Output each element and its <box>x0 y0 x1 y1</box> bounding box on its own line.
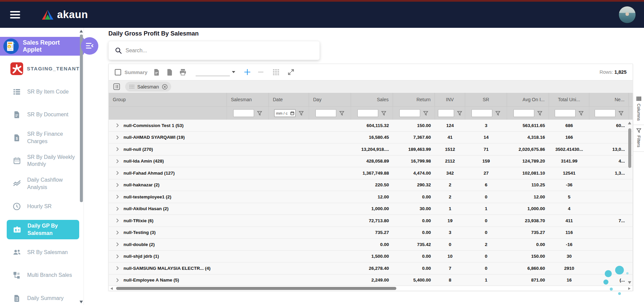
row-expander chevron-right-icon[interactable] <box>115 170 120 176</box>
filter-input-return[interactable] <box>399 109 420 117</box>
tab-columns[interactable]: Columns <box>633 93 644 125</box>
column-header-day[interactable]: Day <box>309 93 351 106</box>
sidebar-scrollbar[interactable] <box>80 29 83 304</box>
table-row[interactable]: null-haknazar (2) 220.50 290.32 2 6 110.… <box>109 179 633 191</box>
filter-funnel-icon[interactable] <box>537 111 542 116</box>
table-row[interactable]: null-AHMAD SYARQAWI (19) 16,580.45 7,367… <box>109 132 633 144</box>
column-header-inv[interactable]: INV <box>435 93 465 106</box>
row-expander chevron-right-icon[interactable] <box>115 182 120 188</box>
row-expander chevron-right-icon[interactable] <box>115 230 120 235</box>
print-icon[interactable] <box>179 68 187 76</box>
toolbar-select[interactable] <box>196 68 230 76</box>
filter-funnel-icon[interactable] <box>457 111 462 116</box>
sidebar-item-daily-gp-by-salesman[interactable]: Daily GP By Salesman <box>7 220 79 239</box>
row-expander chevron-right-icon[interactable] <box>115 159 120 164</box>
table-row[interactable]: null-double (2) 0.00 735.42 0 2 0.00 -16 <box>109 239 633 251</box>
horizontal-scrollbar[interactable] <box>109 286 633 291</box>
filter-funnel-icon[interactable] <box>423 111 428 116</box>
row-expander chevron-right-icon[interactable] <box>115 146 120 152</box>
row-expander chevron-right-icon[interactable] <box>115 218 120 223</box>
group-panel-icon[interactable] <box>112 82 121 91</box>
filter-funnel-icon[interactable] <box>339 111 344 116</box>
filter-funnel-icon[interactable] <box>381 111 386 116</box>
sidebar-item-daily-cashflow-analysis[interactable]: Daily Cashflow Analysis <box>0 172 84 195</box>
date-filter-input[interactable]: mm / c <box>274 109 296 117</box>
filter-input-sr[interactable] <box>472 109 492 117</box>
table-row[interactable]: null-Commission Test 1 (53) 604,115.32 1… <box>109 120 633 132</box>
sidebar-item-multi-branch-sales[interactable]: Multi Branch Sales <box>0 264 84 287</box>
row-expander chevron-right-icon[interactable] <box>115 206 120 211</box>
table-row[interactable]: null-null (270) 13,204,918.... 189,463.9… <box>109 143 633 156</box>
row-expander chevron-right-icon[interactable] <box>115 265 120 271</box>
horizontal-scrollbar-thumb[interactable] <box>116 287 396 290</box>
sidebar-item-tenant[interactable]: STAGING_TENANT <box>0 57 84 80</box>
column-header-group[interactable]: Group <box>109 93 227 106</box>
filter-input-avg[interactable] <box>513 109 534 117</box>
applet-banner[interactable]: $ Sales Report Applet <box>0 37 84 56</box>
table-row[interactable]: null-Employee A Name (5) 2,249.00 5,400.… <box>109 274 633 287</box>
column-header-sr[interactable]: SR <box>465 93 507 106</box>
scroll-left-icon[interactable] <box>110 287 113 290</box>
table-row[interactable]: null-shjd jdrb (1) 1,500.00 0.00 10 0 15… <box>109 251 633 263</box>
add-row-button plus-icon[interactable] <box>243 68 251 76</box>
sidebar-collapse-button menu-open-icon[interactable] <box>81 37 98 55</box>
row-expander chevron-right-icon[interactable] <box>115 194 120 199</box>
sidebar-scrollbar-thumb[interactable] <box>80 35 83 202</box>
expand-fullscreen-icon[interactable] <box>287 68 295 76</box>
row-expander chevron-right-icon[interactable] <box>115 254 120 259</box>
grid-view-icon[interactable] <box>272 68 280 76</box>
filter-funnel-icon[interactable] <box>495 111 500 116</box>
sidebar-item-sr-by-item-code[interactable]: SR By Item Code <box>0 80 84 104</box>
scroll-up-icon[interactable] <box>80 30 83 33</box>
filter-input-inv[interactable] <box>438 109 454 117</box>
filter-funnel-icon[interactable] <box>618 111 624 116</box>
sidebar-item-sr-by-finance-charges[interactable]: $ SR By Finance Charges <box>0 126 84 149</box>
sidebar-item-daily-summary[interactable]: Daily Summary <box>0 287 84 305</box>
column-header-total-uni[interactable]: Total Uni... <box>549 93 589 106</box>
filter-input-ne[interactable] <box>595 109 615 117</box>
filter-funnel-icon[interactable] <box>579 111 584 116</box>
file-icon[interactable] <box>166 68 174 76</box>
filter-input-salesman[interactable] <box>233 109 254 117</box>
group-chip-salesman[interactable]: Salesman <box>125 82 171 92</box>
table-row[interactable]: null-SAMSUNG MALAYSIA ELECTR... (4) 26,2… <box>109 262 633 274</box>
column-header-avg-on-i[interactable]: Avg On I... <box>507 93 549 106</box>
table-row[interactable]: null-Fahad Ahmad (127) 1,367,749.88 4,47… <box>109 167 633 179</box>
scroll-down-icon[interactable] <box>628 281 631 284</box>
filter-input-day[interactable] <box>315 109 336 117</box>
column-header-sales[interactable]: Sales <box>351 93 393 106</box>
column-header-ne[interactable]: Ne... <box>589 93 629 106</box>
row-expander chevron-right-icon[interactable] <box>115 278 120 283</box>
row-expander chevron-right-icon[interactable] <box>115 123 120 128</box>
table-row[interactable]: null-Ida Amin (428) 428,058.89 16,799.98… <box>109 156 633 168</box>
scroll-up-icon[interactable] <box>628 122 631 124</box>
table-row[interactable]: null-testemployee1 (2) 12.00 0.00 2 0 12… <box>109 191 633 203</box>
hamburger-menu-icon[interactable] <box>10 11 20 18</box>
remove-row-button minus-icon[interactable] <box>257 68 265 76</box>
search-input[interactable] <box>126 48 307 54</box>
scroll-right-icon[interactable] <box>628 287 631 290</box>
column-header-salesman[interactable]: Salesman <box>227 93 269 106</box>
scroll-down-icon[interactable] <box>80 301 83 303</box>
column-header-date[interactable]: Date <box>269 93 309 106</box>
filter-input-sales[interactable] <box>357 109 378 117</box>
row-expander chevron-right-icon[interactable] <box>115 242 120 247</box>
table-row[interactable]: null-TRixie (6) 72,713.80 0.00 19 0 23,9… <box>109 215 633 227</box>
filter-input-total[interactable] <box>555 109 576 117</box>
row-expander chevron-right-icon[interactable] <box>115 135 120 140</box>
user-avatar[interactable] <box>618 6 636 23</box>
sidebar-item-sr-by-daily-weekly-monthly[interactable]: SR By Daily Weekly Monthly <box>0 149 84 172</box>
table-row[interactable]: null-Akibul Hasan (2) 1,000.00 30.00 1 1… <box>109 203 633 215</box>
table-row[interactable]: null-Testing (3) 735.27 0.00 3 0 735.27 … <box>109 227 633 239</box>
akaun-logo[interactable]: akaun <box>41 9 88 21</box>
vertical-scrollbar-thumb[interactable] <box>628 128 631 168</box>
summary-checkbox[interactable] <box>115 69 121 75</box>
sidebar-item-sr-by-document[interactable]: SR By Document <box>0 103 84 126</box>
filter-funnel-icon[interactable] <box>299 111 304 116</box>
sidebar-item-sr-by-salesman[interactable]: SR By Salesman <box>0 241 84 264</box>
export-file-icon[interactable] <box>153 68 160 76</box>
vertical-scrollbar[interactable] <box>628 120 632 285</box>
sidebar-item-hourly-sr[interactable]: Hourly SR <box>0 195 84 218</box>
chip-close-icon[interactable] <box>162 84 168 90</box>
column-header-return[interactable]: Return <box>393 93 435 106</box>
